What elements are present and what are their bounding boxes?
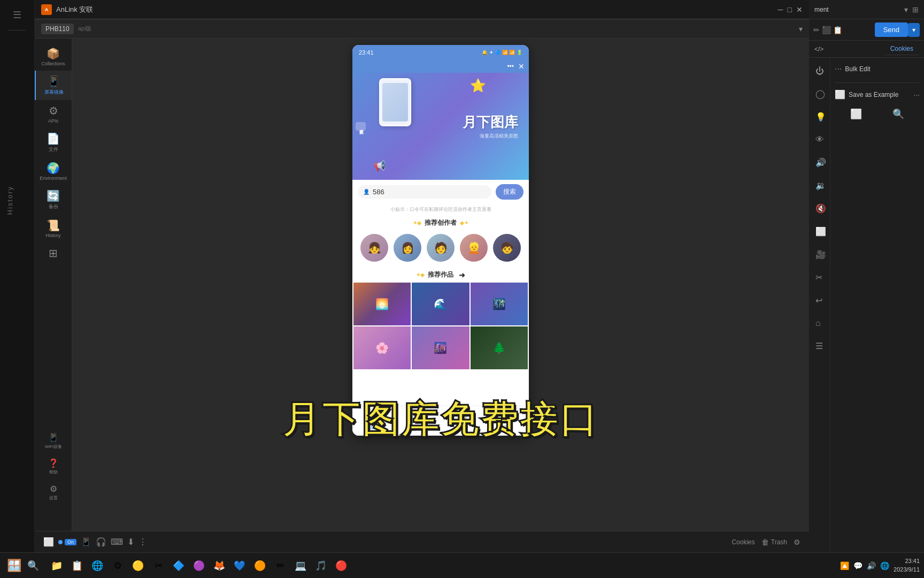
taskbar-scissors[interactable]: ✂ (149, 556, 168, 575)
search-input-area[interactable]: 👤 586 (358, 185, 491, 199)
home-icon-right[interactable]: ⌂ (813, 316, 826, 330)
sidebar-item-environment[interactable]: 🌍 Environment (35, 157, 72, 185)
bottom-more-icon[interactable]: ⋮ (138, 537, 147, 547)
menu-icon[interactable]: ☰ (6, 4, 28, 26)
taskbar-blue-app[interactable]: 🔷 (169, 556, 188, 575)
power-icon[interactable]: ⏻ (813, 64, 826, 78)
sidebar-item-help[interactable]: ❓ 帮助 (35, 455, 72, 478)
maximize-button[interactable]: □ (788, 5, 792, 14)
bottom-download-icon[interactable]: ⬇ (127, 537, 134, 547)
bottom-screen-icon[interactable]: ⬜ (43, 537, 54, 547)
circle-icon[interactable]: ◯ (813, 87, 826, 101)
nav-item-creator[interactable]: ✏ 创作者 (412, 410, 426, 431)
taskbar-explorer[interactable]: 📁 (47, 556, 66, 575)
send-dropdown-button[interactable]: ▾ (908, 23, 920, 37)
taskbar-chrome[interactable]: 🌐 (88, 556, 107, 575)
grid-icon[interactable]: ⊞ (912, 5, 919, 14)
phone-close-button[interactable]: ✕ (518, 62, 525, 71)
sidebar-item-apis[interactable]: ⚙ APIs (35, 100, 72, 128)
dropdown-icon[interactable]: ▾ (904, 5, 908, 14)
code-icon[interactable]: </> (814, 45, 823, 53)
tray-volume-icon[interactable]: 🔊 (867, 561, 876, 570)
taskbar-orange-app[interactable]: 🟠 (250, 556, 270, 575)
crop-icon[interactable]: ✂ (813, 270, 826, 285)
trash-button[interactable]: 🗑 Trash (761, 538, 787, 546)
files-icon: 📄 (47, 132, 60, 145)
screen-mirror-label: 屏幕镜像 (44, 89, 64, 96)
nav-item-explore[interactable]: 🪐 探索 (457, 410, 470, 431)
toolbar-dropdown[interactable]: ▾ (799, 25, 803, 33)
creator-avatar-5[interactable]: 🧒 (493, 234, 521, 262)
video-icon[interactable]: 🎥 (813, 247, 826, 262)
files-label: 文件 (49, 146, 58, 153)
bottom-settings-icon[interactable]: ⚙ (794, 538, 800, 546)
send-button[interactable]: Send (875, 22, 908, 37)
work-thumb-3[interactable]: 🌃 (471, 283, 528, 325)
work-thumb-1[interactable]: 🌅 (353, 283, 411, 325)
creator-avatar-3[interactable]: 🧑 (427, 234, 455, 262)
save-example-button[interactable]: Save as Example (849, 91, 898, 98)
volume-mute-icon[interactable]: 🔇 (813, 201, 826, 216)
nav-item-home[interactable]: 🏠 首页 (368, 410, 381, 431)
search-icon-right[interactable]: 🔍 (892, 108, 904, 120)
sidebar-item-collections[interactable]: 📦 Collections (35, 43, 72, 71)
volume-high-icon[interactable]: 🔊 (813, 155, 826, 170)
tray-chat-icon[interactable]: 💬 (853, 561, 863, 570)
work-thumb-4[interactable]: 🌸 (353, 326, 411, 369)
taskbar-folder[interactable]: 📋 (67, 556, 87, 575)
minimize-button[interactable]: ─ (778, 5, 783, 14)
taskbar-music-app[interactable]: 🎵 (311, 556, 330, 575)
taskbar-app-yellow[interactable]: 🟡 (128, 556, 148, 575)
edit-icon[interactable]: ✏ (813, 26, 820, 34)
square-icon[interactable]: ⬛ (822, 26, 831, 34)
clock-date: 2023/9/11 (894, 566, 920, 574)
select-icon[interactable]: ⬜ (813, 224, 826, 239)
taskbar-pen-app[interactable]: ✏ (271, 556, 290, 575)
sidebar-item-grid[interactable]: ⊞ (35, 242, 72, 264)
work-thumb-6[interactable]: 🌲 (471, 326, 528, 369)
taskbar-firefox[interactable]: 🦊 (210, 556, 229, 575)
undo-icon[interactable]: ↩ (813, 293, 826, 308)
taskbar-search-button[interactable]: 🔍 (24, 556, 43, 575)
taskbar-mail[interactable]: 💙 (230, 556, 249, 575)
work-thumb-2[interactable]: 🌊 (412, 283, 469, 325)
search-button[interactable]: 搜索 (496, 184, 523, 200)
lightbulb-icon[interactable]: 💡 (813, 110, 826, 124)
save-example-more-icon[interactable]: ··· (913, 90, 920, 99)
creator-avatar-4[interactable]: 👱 (460, 234, 488, 262)
taskbar-settings-app[interactable]: ⚙ (108, 556, 127, 575)
eye-icon[interactable]: 👁 (813, 133, 826, 147)
tray-network-icon[interactable]: 🌐 (880, 561, 889, 570)
nav-item-profile[interactable]: 👤 我的 (500, 410, 514, 431)
sidebar-item-settings[interactable]: ⚙ 设置 (35, 481, 72, 504)
device-tag[interactable]: PHB110 (41, 24, 74, 34)
work-thumb-5[interactable]: 🌆 (412, 326, 469, 369)
taskbar-record-app[interactable]: 🔴 (332, 556, 351, 575)
taskbar-purple-app[interactable]: 🟣 (189, 556, 209, 575)
feedback-tab[interactable]: 我要反馈 (356, 122, 366, 131)
close-window-button[interactable]: ✕ (796, 5, 803, 14)
volume-mid-icon[interactable]: 🔉 (813, 178, 826, 193)
history-section: History (6, 186, 14, 215)
creator-avatar-2[interactable]: 👩 (394, 234, 421, 262)
bottom-phone-icon[interactable]: 📱 (81, 537, 91, 547)
bottom-headphone-icon[interactable]: 🎧 (96, 537, 106, 547)
sidebar-item-files[interactable]: 📄 文件 (35, 128, 72, 157)
copy-icon[interactable]: ⬜ (850, 108, 862, 120)
start-button[interactable]: 🪟 (4, 556, 24, 575)
menu-icon-right[interactable]: ☰ (813, 339, 826, 353)
creator-avatar-1[interactable]: 👧 (360, 234, 388, 262)
sidebar-item-history[interactable]: 📜 History (35, 215, 72, 242)
taskbar-pc-app[interactable]: 💻 (291, 556, 310, 575)
tray-up-arrow[interactable]: 🔼 (840, 561, 849, 570)
cookies-bottom-label[interactable]: Cookies (732, 538, 754, 546)
bulk-edit-button[interactable]: Bulk Edit (845, 65, 870, 73)
sidebar-item-backup[interactable]: 🔄 备份 (35, 185, 72, 215)
doc-icon[interactable]: 📋 (833, 26, 842, 34)
sidebar-item-wifi[interactable]: 📱 WiFi设备 (35, 429, 72, 453)
cookies-link[interactable]: Cookies (885, 43, 919, 55)
phone-dots-button[interactable]: ••• (507, 63, 514, 70)
creators-section: ✦◆ 推荐创作者 ◆✦ 👧 👩 🧑 👱 🧒 (352, 215, 529, 267)
sidebar-item-screen-mirror[interactable]: 📱 屏幕镜像 (35, 71, 72, 100)
bottom-keyboard-icon[interactable]: ⌨ (111, 537, 123, 547)
